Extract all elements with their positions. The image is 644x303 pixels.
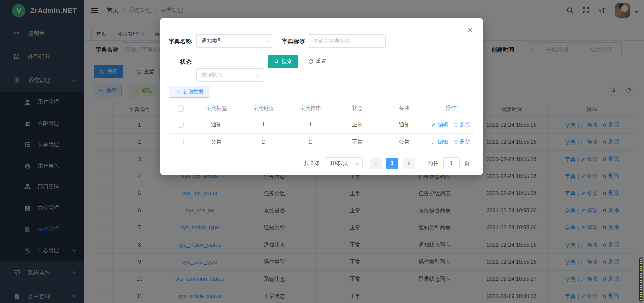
col-dict-value: 字典键值 bbox=[240, 101, 287, 116]
goto-label: 前往 bbox=[428, 160, 439, 167]
row-checkbox-cell bbox=[169, 133, 193, 151]
col-actions: 操作 bbox=[428, 101, 475, 116]
dict-data-dialog: 字典名称 通知类型 字典标签 状态 数据状态 搜索 重置 新增数据 字典标签 字… bbox=[160, 18, 483, 175]
scrollbar-thumb-stripes bbox=[640, 259, 642, 300]
current-page-button[interactable]: 1 bbox=[386, 158, 398, 169]
dict-name-selected-value: 通知类型 bbox=[201, 38, 223, 45]
dialog-dict-name-label: 字典名称 bbox=[169, 38, 192, 45]
row-delete-link[interactable]: 删除 bbox=[454, 139, 471, 146]
dict-sort-cell: 2 bbox=[287, 133, 334, 151]
dict-label-cell: 公告 bbox=[193, 133, 240, 151]
remark-cell: 通知 bbox=[381, 116, 428, 133]
page-size-value: 10条/页 bbox=[330, 160, 348, 167]
dialog-search-label: 搜索 bbox=[282, 58, 292, 65]
actions-cell: 编辑删除 bbox=[428, 133, 475, 151]
dialog-dict-label-label: 字典标签 bbox=[282, 38, 305, 45]
dict-data-table: 字典标签 字典键值 字典排序 状态 备注 操作 通知11正常通知编辑删除公告22… bbox=[169, 101, 475, 151]
dialog-add-data-label: 新增数据 bbox=[183, 89, 203, 95]
dict-value-cell: 1 bbox=[240, 116, 287, 133]
dialog-dict-name-select[interactable]: 通知类型 bbox=[196, 34, 273, 48]
actions-cell: 编辑删除 bbox=[428, 116, 475, 133]
dialog-add-data-button[interactable]: 新增数据 bbox=[169, 86, 210, 98]
status-cell: 正常 bbox=[334, 133, 381, 151]
col-remark: 备注 bbox=[381, 101, 428, 116]
row-checkbox[interactable] bbox=[178, 122, 184, 128]
chevron-down-icon bbox=[256, 73, 260, 76]
vertical-scrollbar[interactable] bbox=[639, 257, 643, 302]
dialog-reset-button[interactable]: 重置 bbox=[303, 55, 332, 68]
dialog-pagination: 共 2 条 10条/页 1 前往 页 bbox=[304, 157, 470, 169]
prev-page-button[interactable] bbox=[370, 158, 382, 169]
chevron-down-icon bbox=[355, 161, 359, 165]
goto-unit-label: 页 bbox=[464, 160, 470, 167]
dict-sort-cell: 1 bbox=[287, 116, 334, 133]
goto-page-input[interactable] bbox=[443, 157, 460, 169]
dialog-table-row: 通知11正常通知编辑删除 bbox=[169, 116, 475, 133]
dialog-status-label: 状态 bbox=[169, 58, 192, 66]
row-checkbox-cell bbox=[169, 116, 193, 133]
status-cell: 正常 bbox=[334, 116, 381, 133]
select-all-checkbox[interactable] bbox=[178, 105, 184, 112]
pagination-total: 共 2 条 bbox=[304, 160, 320, 167]
dialog-dict-label-input[interactable] bbox=[308, 34, 386, 48]
dialog-reset-label: 重置 bbox=[316, 58, 327, 65]
remark-cell: 公告 bbox=[381, 133, 428, 151]
dict-value-cell: 2 bbox=[240, 133, 287, 151]
row-checkbox[interactable] bbox=[178, 139, 184, 145]
col-status: 状态 bbox=[334, 101, 381, 116]
close-icon[interactable] bbox=[467, 27, 473, 33]
status-placeholder: 数据状态 bbox=[201, 72, 223, 79]
dialog-table-header-row: 字典标签 字典键值 字典排序 状态 备注 操作 bbox=[169, 101, 475, 116]
row-edit-link[interactable]: 编辑 bbox=[432, 121, 448, 128]
dialog-search-button[interactable]: 搜索 bbox=[268, 55, 298, 68]
row-delete-link[interactable]: 删除 bbox=[454, 121, 471, 128]
col-dict-label: 字典标签 bbox=[193, 101, 240, 116]
row-edit-link[interactable]: 编辑 bbox=[432, 139, 448, 146]
col-dict-sort: 字典排序 bbox=[287, 101, 334, 116]
select-all-checkbox-cell bbox=[169, 101, 193, 116]
next-page-button[interactable] bbox=[403, 158, 415, 169]
chevron-down-icon bbox=[266, 39, 269, 42]
dialog-status-select[interactable]: 数据状态 bbox=[196, 68, 264, 82]
dialog-table-row: 公告22正常公告编辑删除 bbox=[169, 133, 475, 151]
page-size-select[interactable]: 10条/页 bbox=[325, 157, 363, 169]
dict-label-cell: 通知 bbox=[193, 116, 240, 133]
